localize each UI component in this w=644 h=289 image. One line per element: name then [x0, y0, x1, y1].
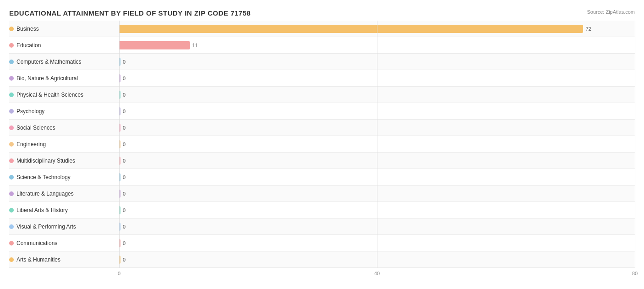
bar-label-text: Multidisciplinary Studies: [16, 158, 75, 164]
bar-value-label: 0: [123, 158, 126, 164]
bar-value-area: 11: [119, 40, 635, 50]
bar-label-area: Communications: [9, 240, 119, 246]
bar-row: Multidisciplinary Studies0: [9, 153, 635, 169]
bar-row: Bio, Nature & Agricultural0: [9, 70, 635, 87]
bar-value-area: 0: [119, 106, 635, 116]
bar-value-label: 0: [123, 240, 126, 246]
bar-value-label: 0: [123, 125, 126, 131]
bar: [119, 190, 120, 198]
bar: [119, 223, 120, 231]
bar-row: Science & Technology0: [9, 169, 635, 185]
x-tick-label: 40: [374, 271, 380, 276]
x-tick-label: 80: [632, 271, 638, 276]
bar-label-area: Education: [9, 42, 119, 49]
x-tick-label: 0: [118, 271, 120, 276]
bar-row: Visual & Performing Arts0: [9, 218, 635, 235]
bar-value-label: 0: [123, 207, 126, 213]
bar-row: Arts & Humanities0: [9, 251, 635, 268]
bar-label-area: Business: [9, 26, 119, 32]
bar-row: Computers & Mathematics0: [9, 54, 635, 70]
bar-dot: [9, 27, 14, 31]
bar-dot: [9, 43, 14, 48]
bar-row: Physical & Health Sciences0: [9, 87, 635, 103]
bar-dot: [9, 93, 14, 97]
bar-dot: [9, 257, 14, 262]
bar-value-area: 0: [119, 73, 635, 83]
bar-row: Engineering0: [9, 136, 635, 153]
bar-label-text: Psychology: [16, 108, 44, 115]
source-label: Source: ZipAtlas.com: [587, 9, 635, 15]
chart-container: EDUCATIONAL ATTAINMENT BY FIELD OF STUDY…: [0, 5, 644, 289]
bar-row: Literature & Languages0: [9, 185, 635, 202]
bar-value-area: 0: [119, 172, 635, 182]
bar: [119, 107, 120, 115]
bar-value-area: 0: [119, 189, 635, 199]
bar-dot: [9, 224, 14, 229]
bar-label-text: Business: [16, 26, 39, 32]
bar-value-area: 0: [119, 90, 635, 100]
bar: [119, 124, 120, 132]
bar-label-text: Liberal Arts & History: [16, 207, 68, 213]
bar-label-text: Literature & Languages: [16, 191, 74, 197]
bar: [119, 41, 190, 49]
bar-dot: [9, 125, 14, 130]
bar-label-area: Liberal Arts & History: [9, 207, 119, 213]
bar: [119, 74, 120, 82]
bar-value-label: 0: [123, 142, 126, 147]
bar: [119, 206, 120, 214]
bar-label-area: Visual & Performing Arts: [9, 224, 119, 230]
bar-value-label: 0: [123, 92, 126, 98]
bar-label-area: Social Sciences: [9, 125, 119, 131]
bar-value-area: 0: [119, 156, 635, 166]
bar-dot: [9, 60, 14, 64]
bar-value-area: 0: [119, 205, 635, 215]
bar-label-text: Arts & Humanities: [16, 256, 60, 263]
bar: [119, 91, 120, 99]
bar: [119, 239, 120, 247]
bar-dot: [9, 158, 14, 163]
bar-value-label: 0: [123, 224, 126, 229]
bar-label-area: Arts & Humanities: [9, 256, 119, 263]
bar-label-area: Bio, Nature & Agricultural: [9, 75, 119, 82]
bar-row: Social Sciences0: [9, 120, 635, 136]
bar: [119, 25, 583, 33]
bar-label-text: Social Sciences: [16, 125, 55, 131]
bar-label-text: Bio, Nature & Agricultural: [16, 75, 78, 82]
bar-row: Education11: [9, 37, 635, 54]
bar-value-area: 0: [119, 139, 635, 149]
bar-row: Business72: [9, 21, 635, 37]
bar: [119, 58, 120, 66]
bar-dot: [9, 76, 14, 81]
bar-value-label: 0: [123, 76, 126, 81]
bar-label-area: Computers & Mathematics: [9, 59, 119, 65]
bar-label-area: Multidisciplinary Studies: [9, 158, 119, 164]
bar-dot: [9, 191, 14, 196]
bar-value-label: 11: [192, 43, 198, 48]
bar-value-label: 0: [123, 174, 126, 180]
bar-label-text: Visual & Performing Arts: [16, 224, 76, 230]
bar-row: Communications0: [9, 235, 635, 251]
bar-value-area: 0: [119, 238, 635, 248]
bar: [119, 157, 120, 165]
bar-dot: [9, 109, 14, 114]
x-axis: 04080: [119, 268, 635, 277]
bar-row: Liberal Arts & History0: [9, 202, 635, 218]
bar-label-area: Psychology: [9, 108, 119, 115]
bar-label-text: Computers & Mathematics: [16, 59, 81, 65]
bar-value-area: 0: [119, 123, 635, 133]
bar-label-area: Engineering: [9, 141, 119, 147]
bar: [119, 256, 120, 264]
grid-line: [635, 21, 635, 268]
bar-value-label: 0: [123, 191, 126, 196]
bar-value-label: 72: [585, 26, 591, 32]
bar: [119, 173, 120, 181]
chart-area: Business72Education11Computers & Mathema…: [9, 21, 635, 268]
bar-label-text: Communications: [16, 240, 57, 246]
bar-value-label: 0: [123, 257, 126, 262]
bar-label-area: Physical & Health Sciences: [9, 92, 119, 98]
bar-label-text: Engineering: [16, 141, 46, 147]
bar-value-area: 0: [119, 222, 635, 232]
bar-value-area: 72: [119, 24, 635, 34]
bar-label-text: Science & Technology: [16, 174, 71, 180]
bar-value-area: 0: [119, 57, 635, 67]
